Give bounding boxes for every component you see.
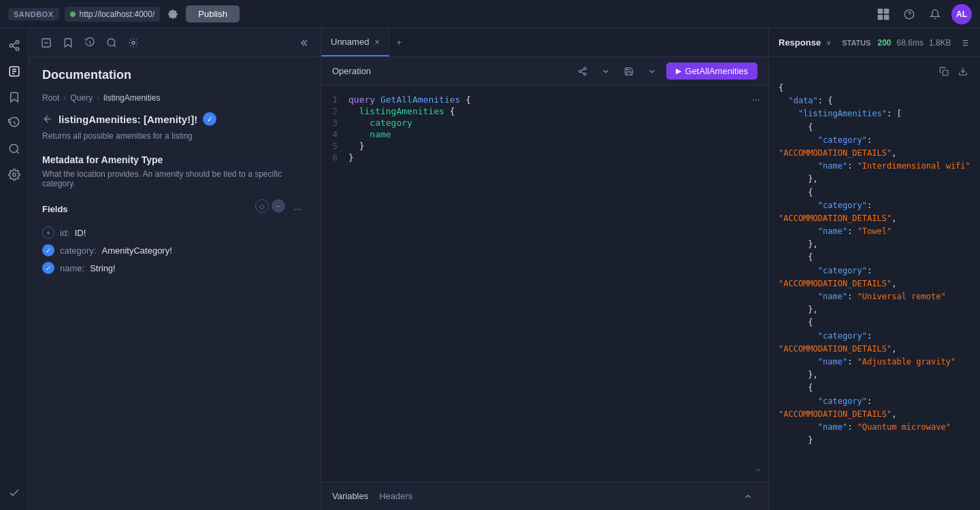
tab-close-button[interactable]: × xyxy=(374,37,379,47)
headers-label[interactable]: Headers xyxy=(379,491,412,501)
svg-point-20 xyxy=(108,39,115,46)
fields-header: Fields ◇ − ··· xyxy=(42,199,307,218)
docs-icon[interactable] xyxy=(37,33,56,52)
svg-line-9 xyxy=(12,46,16,48)
svg-rect-39 xyxy=(943,70,948,75)
layout-button-2[interactable] xyxy=(977,37,980,49)
tab-add-button[interactable]: + xyxy=(389,29,408,56)
copy-response-button[interactable] xyxy=(936,65,951,78)
sidebar-item-collections[interactable] xyxy=(3,86,26,109)
field-id-val: ID! xyxy=(75,228,86,238)
icon-sidebar xyxy=(0,29,29,510)
verified-icon: ✓ xyxy=(203,112,216,126)
svg-point-24 xyxy=(583,67,586,70)
layout-button-1[interactable] xyxy=(957,37,972,49)
field-id-key: id: xyxy=(60,228,69,238)
collapse-panel-button[interactable] xyxy=(293,33,312,52)
breadcrumb-root[interactable]: Root xyxy=(42,93,59,103)
code-line-1: 1 query GetAllAmenities { xyxy=(321,94,768,105)
fields-icons: ◇ − ··· xyxy=(255,199,307,218)
status-value: 200 xyxy=(878,38,892,48)
field-add-icon[interactable]: + xyxy=(42,226,54,239)
sidebar-item-search[interactable] xyxy=(3,137,26,160)
status-label: STATUS xyxy=(842,39,870,47)
run-button[interactable]: ▶ GetAllAmenities xyxy=(666,63,757,80)
response-bar: Response ∨ STATUS 200 68.6ms 1.8KB xyxy=(769,29,980,57)
svg-point-15 xyxy=(10,144,18,152)
field-category-val: AmenityCategory! xyxy=(101,245,172,256)
tab-label: Unnamed xyxy=(331,37,369,47)
breadcrumb: Root › Query › listingAmenities xyxy=(42,93,307,103)
sidebar-item-docs[interactable] xyxy=(3,60,26,83)
expand-button[interactable] xyxy=(597,65,615,78)
code-line-2: 2 listingAmenities { xyxy=(321,105,768,117)
metadata-title: Metadata for Amenity Type xyxy=(42,154,307,165)
code-line-5: 5 } xyxy=(321,140,768,152)
svg-point-26 xyxy=(583,73,586,75)
svg-line-28 xyxy=(581,69,584,70)
sidebar-item-graph[interactable] xyxy=(3,34,26,57)
url-text: http://localhost:4000/ xyxy=(80,10,155,19)
connection-status-dot xyxy=(70,12,76,17)
fields-diamond-button[interactable]: ◇ xyxy=(255,199,269,213)
operation-bar: Operation ▶ GetAllAmenities xyxy=(321,57,768,86)
avatar[interactable]: AL xyxy=(951,4,972,24)
right-panel: Response ∨ STATUS 200 68.6ms 1.8KB xyxy=(769,29,980,510)
field-name-val: String! xyxy=(90,263,116,273)
svg-point-8 xyxy=(16,48,19,51)
vars-bar: Variables Headers xyxy=(321,481,768,510)
tab-unnamed[interactable]: Unnamed × xyxy=(321,29,389,56)
svg-line-27 xyxy=(581,71,584,73)
sidebar-item-check[interactable] xyxy=(3,481,26,505)
code-editor[interactable]: ··· 1 query GetAllAmenities { 2 listingA… xyxy=(321,86,768,481)
keyboard-hint: ⌨ xyxy=(755,466,760,475)
save-expand-button[interactable] xyxy=(643,65,661,78)
svg-rect-0 xyxy=(878,8,883,14)
field-row-id: + id: ID! xyxy=(42,226,307,239)
svg-rect-2 xyxy=(878,14,883,20)
doc-content: Documentation Root › Query › listingAmen… xyxy=(29,57,321,510)
field-description: Returns all possible amenities for a lis… xyxy=(42,131,307,141)
sidebar-item-history[interactable] xyxy=(3,112,26,135)
help-button[interactable] xyxy=(900,5,919,24)
save-button[interactable] xyxy=(620,65,638,78)
svg-point-25 xyxy=(578,70,581,73)
collapse-vars-button[interactable] xyxy=(738,487,757,506)
field-title-row: listingAmenities: [Amenity!]! ✓ xyxy=(42,112,307,126)
search-icon[interactable] xyxy=(102,33,121,52)
history-icon[interactable] xyxy=(80,33,99,52)
operation-label: Operation xyxy=(332,66,371,76)
svg-line-16 xyxy=(16,151,18,153)
response-label: Response xyxy=(779,37,821,48)
field-check-icon-name[interactable]: ✓ xyxy=(42,262,54,274)
breadcrumb-query[interactable]: Query xyxy=(70,93,93,103)
download-response-button[interactable] xyxy=(956,65,970,78)
fields-more-button[interactable]: ··· xyxy=(288,199,307,218)
svg-point-17 xyxy=(12,173,16,177)
app-icon-button[interactable] xyxy=(874,5,893,24)
fields-label: Fields xyxy=(42,204,68,214)
svg-point-6 xyxy=(16,41,19,44)
svg-line-21 xyxy=(114,45,116,47)
url-settings-button[interactable] xyxy=(165,8,180,20)
field-name-key: name: xyxy=(60,263,84,273)
settings-icon[interactable] xyxy=(124,33,143,52)
code-line-3: 3 category xyxy=(321,117,768,129)
url-bar[interactable]: http://localhost:4000/ xyxy=(65,7,161,22)
topbar: SANDBOX http://localhost:4000/ Publish A… xyxy=(0,0,980,29)
breadcrumb-current: listingAmenities xyxy=(103,93,160,103)
main-layout: Documentation Root › Query › listingAmen… xyxy=(0,29,980,510)
sandbox-badge: SANDBOX xyxy=(8,8,59,20)
notifications-button[interactable] xyxy=(926,5,945,24)
variables-label[interactable]: Variables xyxy=(332,491,368,501)
fields-minus-button[interactable]: − xyxy=(272,199,285,213)
topbar-right: AL xyxy=(874,4,972,24)
field-check-icon-category[interactable]: ✓ xyxy=(42,244,54,256)
bookmark-icon[interactable] xyxy=(59,33,78,52)
share-button[interactable] xyxy=(574,65,591,78)
field-category-key: category: xyxy=(60,245,96,256)
back-button[interactable] xyxy=(42,114,53,124)
sidebar-item-settings[interactable] xyxy=(3,163,26,186)
code-more-button[interactable]: ··· xyxy=(752,94,760,105)
publish-button[interactable]: Publish xyxy=(186,5,240,22)
